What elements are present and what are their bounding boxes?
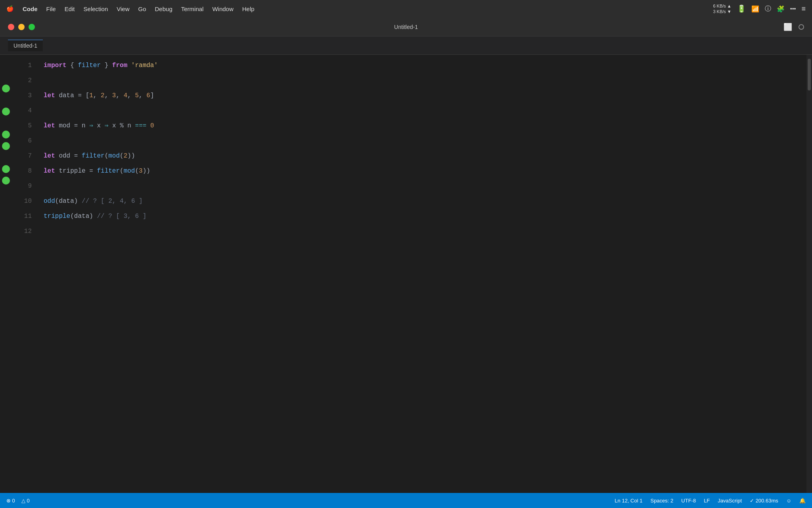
line-numbers: 123456789101112 [12, 55, 40, 493]
line-number-10: 10 [12, 194, 32, 209]
menu-selection[interactable]: Selection [84, 6, 108, 12]
code-token: , [105, 88, 112, 103]
code-token: ( [135, 164, 139, 179]
code-token: odd [44, 194, 55, 209]
code-token: (data) [70, 209, 97, 224]
status-language[interactable]: JavaScript [718, 498, 742, 504]
breakpoint-4[interactable] [2, 96, 10, 104]
code-token: 1 [89, 88, 93, 103]
menu-bar-right: 6 KB/s ▲ 3 KB/s ▼ 🔋 📶 ⓘ 🧩 ••• ≡ [713, 3, 806, 15]
status-warnings[interactable]: △ 0 [21, 498, 30, 504]
code-line-5: let mod = n ⇒ x ⇒ x % n === 0 [44, 118, 806, 133]
code-token: ⇒ [105, 118, 109, 133]
status-position[interactable]: Ln 12, Col 1 [615, 498, 642, 504]
network-down: 3 KB/s ▼ [713, 9, 731, 14]
code-token: tripple = [55, 164, 97, 179]
code-token: 6 [146, 88, 150, 103]
breakpoint-3[interactable] [2, 85, 10, 92]
code-content[interactable]: import { filter } from 'ramda'let data =… [40, 55, 806, 493]
code-token: } [101, 58, 112, 73]
minimize-button[interactable] [18, 24, 25, 30]
status-eol[interactable]: LF [704, 498, 710, 504]
status-smiley[interactable]: ☺ [786, 498, 791, 504]
code-token: let [44, 88, 55, 103]
extension-icon: 🧩 [777, 5, 785, 13]
code-token: // ? [82, 194, 101, 209]
menu-help[interactable]: Help [242, 6, 255, 12]
code-token: 0 [150, 118, 154, 133]
code-token: , [139, 88, 146, 103]
line-number-5: 5 [12, 118, 32, 133]
menu-go[interactable]: Go [138, 6, 146, 12]
breakpoint-7[interactable] [2, 131, 10, 139]
code-token: , [127, 209, 135, 224]
status-bell[interactable]: 🔔 [799, 498, 806, 504]
code-token: filter [97, 164, 120, 179]
scrollbar-thumb[interactable] [808, 59, 811, 90]
code-token: tripple [44, 209, 70, 224]
breakpoint-11[interactable] [2, 177, 10, 185]
menu-edit[interactable]: Edit [65, 6, 75, 12]
code-token: // ? [97, 209, 116, 224]
menu-file[interactable]: File [46, 6, 56, 12]
code-token: filter [82, 148, 105, 164]
line-number-9: 9 [12, 179, 32, 194]
close-button[interactable] [8, 24, 14, 30]
code-token: 3 [139, 164, 143, 179]
wifi-icon: 📶 [751, 5, 759, 13]
breakpoint-5[interactable] [2, 108, 10, 115]
code-token: , [124, 194, 131, 209]
code-token: { [67, 58, 78, 73]
breakpoint-12[interactable] [2, 188, 10, 196]
menu-debug[interactable]: Debug [155, 6, 172, 12]
code-line-9 [44, 179, 806, 194]
code-token: 6 [131, 194, 135, 209]
code-line-3: let data = [1, 2, 3, 4, 5, 6] [44, 88, 806, 103]
code-token: , [112, 194, 120, 209]
editor-tab[interactable]: Untitled-1 [8, 40, 43, 51]
code-token: [ [116, 209, 123, 224]
menu-code[interactable]: Code [23, 6, 38, 12]
code-line-12 [44, 224, 806, 239]
tab-label: Untitled-1 [13, 42, 37, 49]
breakpoint-10[interactable] [2, 165, 10, 173]
tab-bar: Untitled-1 [0, 37, 812, 55]
status-errors[interactable]: ⊗ 0 [6, 498, 15, 504]
code-line-6 [44, 133, 806, 148]
code-line-8: let tripple = filter(mod(3)) [44, 164, 806, 179]
code-token [146, 118, 150, 133]
code-token: )) [143, 164, 150, 179]
code-token: mod [124, 164, 135, 179]
menu-terminal[interactable]: Terminal [181, 6, 204, 12]
code-token: ( [120, 148, 124, 164]
menu-view[interactable]: View [117, 6, 129, 12]
split-editor-icon[interactable]: ⬜ [783, 23, 792, 31]
status-right: Ln 12, Col 1 Spaces: 2 UTF-8 LF JavaScri… [615, 498, 806, 504]
apple-menu-item[interactable]: 🍎 [6, 5, 14, 12]
breakpoint-9[interactable] [2, 154, 10, 162]
line-number-6: 6 [12, 133, 32, 148]
status-spaces[interactable]: Spaces: 2 [650, 498, 673, 504]
breakpoint-2[interactable] [2, 73, 10, 81]
code-token: ] [135, 194, 142, 209]
code-token: === [135, 118, 147, 133]
scrollbar[interactable] [806, 55, 812, 493]
editor-container: 123456789101112 import { filter } from '… [0, 55, 812, 493]
code-token [127, 58, 131, 73]
maximize-button[interactable] [29, 24, 35, 30]
code-token: ] [150, 88, 154, 103]
code-token: odd = [55, 148, 82, 164]
menu-window[interactable]: Window [212, 6, 233, 12]
code-token: 3 [112, 88, 116, 103]
breakpoint-1[interactable] [2, 62, 10, 69]
breakpoint-6[interactable] [2, 119, 10, 127]
code-token: data = [ [55, 88, 89, 103]
code-token: import [44, 58, 67, 73]
line-number-8: 8 [12, 164, 32, 179]
status-encoding[interactable]: UTF-8 [681, 498, 696, 504]
status-bar: ⊗ 0 △ 0 Ln 12, Col 1 Spaces: 2 UTF-8 LF … [0, 493, 812, 508]
code-token: filter [78, 58, 101, 73]
line-number-4: 4 [12, 103, 32, 118]
code-token: (data) [55, 194, 82, 209]
breakpoint-8[interactable] [2, 142, 10, 150]
